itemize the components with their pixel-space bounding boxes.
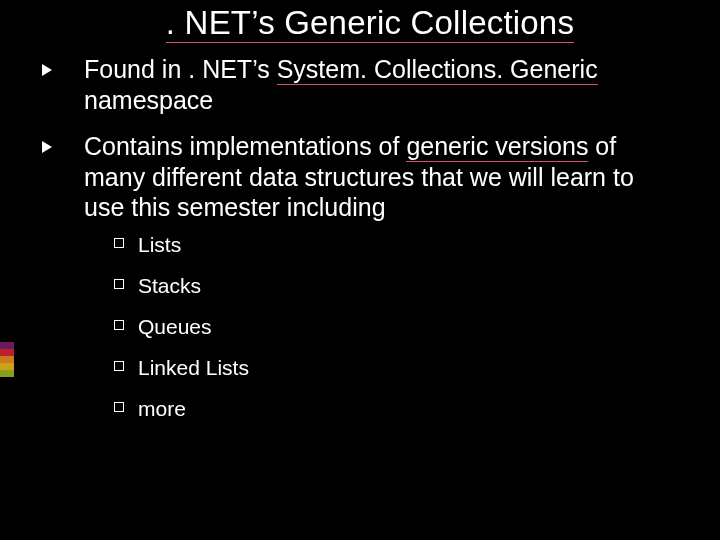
sub-list: Lists Stacks Queues Linked Lists more (114, 233, 680, 420)
bullet-text: Contains implementations of (84, 132, 406, 160)
sub-item: more (114, 397, 680, 420)
slide-title: . NET’s Generic Collections (60, 4, 680, 42)
accent-bar (0, 356, 14, 363)
sub-item: Stacks (114, 274, 680, 297)
accent-bar (0, 342, 14, 349)
bullet-text: Found in . NET’s (84, 55, 277, 83)
accent-bar (0, 363, 14, 370)
sub-item: Lists (114, 233, 680, 256)
bullet-underlined: System. Collections. Generic (277, 55, 598, 85)
bullet-item: Found in . NET’s System. Collections. Ge… (60, 54, 680, 115)
accent-bar (0, 370, 14, 377)
accent-bars (0, 342, 14, 377)
sub-item: Linked Lists (114, 356, 680, 379)
bullet-list: Found in . NET’s System. Collections. Ge… (60, 54, 680, 420)
bullet-underlined: generic versions (406, 132, 588, 162)
accent-bar (0, 349, 14, 356)
sub-item: Queues (114, 315, 680, 338)
slide: . NET’s Generic Collections Found in . N… (0, 0, 720, 540)
slide-title-text: . NET’s Generic Collections (166, 4, 574, 43)
bullet-text: namespace (84, 86, 213, 114)
bullet-item: Contains implementations of generic vers… (60, 131, 680, 420)
